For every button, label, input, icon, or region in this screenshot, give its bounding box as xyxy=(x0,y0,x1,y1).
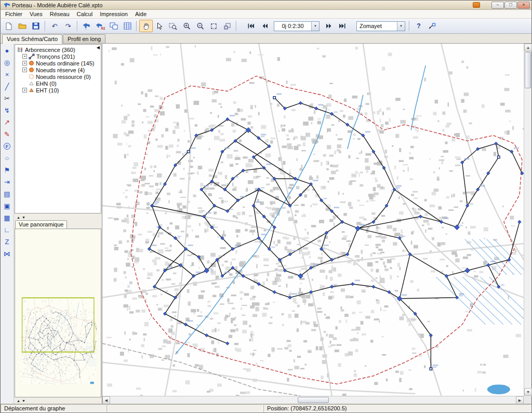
tab-vue-panoramique[interactable]: Vue panoramique xyxy=(15,220,67,229)
scroll-right-icon[interactable]: ▶ xyxy=(516,396,524,404)
save-icon[interactable] xyxy=(29,20,43,32)
menu-aide[interactable]: Aide xyxy=(131,10,150,18)
scroll-left-icon[interactable]: ◀ xyxy=(102,396,110,404)
minimize-button[interactable]: − xyxy=(491,2,504,9)
tree-root[interactable]: Arborescence (360) xyxy=(15,46,101,53)
zoom-extents-icon[interactable] xyxy=(207,20,220,32)
tree-root-label: Arborescence (360) xyxy=(25,47,75,53)
polyline-tool-icon[interactable]: ↯ xyxy=(2,104,13,116)
menu-impression[interactable]: Impression xyxy=(96,10,131,18)
node-ordinary-icon xyxy=(29,60,34,66)
window-controls: − □ × xyxy=(491,2,530,9)
function-tool-icon[interactable]: F xyxy=(2,140,13,152)
zoom-out-icon[interactable] xyxy=(193,20,207,32)
tree-item-label: EHT (10) xyxy=(36,87,59,94)
menu-calcul[interactable]: Calcul xyxy=(73,10,97,18)
expand-icon[interactable]: + xyxy=(22,61,27,65)
map-area: ▲ ▼ ◀ ▶ xyxy=(102,44,531,404)
node-resource-icon xyxy=(29,74,34,79)
tree-item-eht-10[interactable]: +EHT (10) xyxy=(15,87,101,94)
menu-reseau[interactable]: Réseau xyxy=(46,10,73,18)
combo-arrow-icon[interactable]: ▼ xyxy=(311,22,319,31)
tree-item-troncons-201[interactable]: +Tronçons (201) xyxy=(15,53,101,60)
grid-table-icon[interactable] xyxy=(121,20,134,32)
node-tool-icon[interactable]: ◎ xyxy=(2,57,13,69)
nav-next-icon[interactable] xyxy=(322,20,335,32)
pages-tool-icon[interactable]: ▣ xyxy=(2,200,13,212)
zoom-window-icon[interactable] xyxy=(166,20,180,32)
help-button[interactable]: ? xyxy=(412,20,425,32)
nav-last-icon[interactable] xyxy=(336,20,349,32)
nav-first-icon[interactable] xyxy=(244,20,258,32)
tree-item-noeuds-ordinaire-145[interactable]: +Noeuds ordinaire (145) xyxy=(15,60,101,66)
zoom-actual-icon[interactable] xyxy=(220,20,234,32)
vertical-scroll-track[interactable] xyxy=(524,89,531,388)
tree-splitter[interactable]: ▲▼ xyxy=(14,214,102,220)
left-panel: ◀ Arborescence (360)+Tronçons (201)+Noeu… xyxy=(14,44,102,404)
network-tree-panel: ◀ Arborescence (360)+Tronçons (201)+Noeu… xyxy=(15,44,101,214)
panoramic-map[interactable] xyxy=(20,297,97,384)
step-tool-icon[interactable]: ⇥ xyxy=(2,176,13,188)
redo-icon[interactable]: ↷ xyxy=(61,20,75,32)
tree-item-noeuds-reserve-4[interactable]: +Noeuds réserve (4) xyxy=(15,66,101,73)
model-value: Zomayet xyxy=(357,23,397,29)
combo-arrow-icon[interactable]: ▼ xyxy=(397,22,405,31)
network-map[interactable] xyxy=(102,44,524,396)
cut-tool-icon[interactable]: ✂ xyxy=(2,92,13,104)
panoramic-view xyxy=(15,229,101,397)
undo-icon[interactable]: ↶ xyxy=(48,20,61,32)
expand-icon[interactable]: + xyxy=(22,54,27,59)
nav-prev-icon[interactable] xyxy=(258,20,272,32)
splitter-up-icon[interactable]: ▲ xyxy=(17,399,20,403)
pan-hand-icon[interactable] xyxy=(139,20,153,32)
scroll-up-icon[interactable]: ▲ xyxy=(524,44,532,51)
time-combobox[interactable]: 0j 0:2:30▼ xyxy=(274,21,320,31)
panel-collapse-icon[interactable]: ◀ xyxy=(97,45,100,50)
panoramic-tab-row: Vue panoramique xyxy=(14,220,102,229)
faucet-n1-icon[interactable]: N1 xyxy=(94,20,107,32)
arrow-tool-icon[interactable]: ↗ xyxy=(2,116,13,128)
splitter-up-icon[interactable]: ▲ xyxy=(17,216,20,219)
menu-vues[interactable]: Vues xyxy=(26,10,46,18)
vertical-scrollbar[interactable]: ▲ ▼ xyxy=(524,44,531,396)
scroll-down-icon[interactable]: ▼ xyxy=(524,388,532,396)
zigzag-tool-icon[interactable]: Z xyxy=(2,236,13,248)
circle-tool-icon[interactable]: ○ xyxy=(2,152,13,164)
horizontal-scroll-track[interactable] xyxy=(329,396,516,404)
bowtie-tool-icon[interactable]: ⋈ xyxy=(2,248,13,260)
expand-icon[interactable]: + xyxy=(22,88,27,92)
new-document-icon[interactable] xyxy=(2,20,16,32)
model-combobox[interactable]: Zomayet▼ xyxy=(356,21,405,31)
tree-icon xyxy=(17,47,23,52)
expand-icon[interactable]: + xyxy=(22,68,27,72)
menu-fichier[interactable]: Fichier xyxy=(2,10,26,18)
horizontal-scroll-track[interactable] xyxy=(110,396,298,404)
corner-tool-icon[interactable]: ∟ xyxy=(2,224,13,236)
bottom-splitter[interactable]: ▲▼ xyxy=(14,397,102,404)
zoom-in-icon[interactable] xyxy=(180,20,193,32)
pencil-tool-icon[interactable]: ✎ xyxy=(2,128,13,140)
delete-tool-icon[interactable]: × xyxy=(2,69,13,81)
select-cursor-icon[interactable] xyxy=(153,20,166,32)
vertical-scroll-thumb[interactable] xyxy=(525,52,531,88)
splitter-down-icon[interactable]: ▼ xyxy=(22,216,25,219)
horizontal-scrollbar[interactable]: ◀ ▶ xyxy=(102,396,524,404)
area-tool-icon[interactable]: ▤ xyxy=(2,188,13,200)
horizontal-scroll-thumb[interactable] xyxy=(298,397,329,403)
close-button[interactable]: × xyxy=(517,2,530,9)
maximize-button[interactable]: □ xyxy=(504,2,517,9)
tree-item-noeuds-ressource-0[interactable]: +Noeuds ressource (0) xyxy=(15,73,101,80)
open-folder-icon[interactable] xyxy=(16,20,29,32)
tab-vues-schema-carto[interactable]: Vues Schéma/Carto xyxy=(2,34,62,44)
select-disc-icon[interactable]: ● xyxy=(2,45,13,57)
tree-item-ehn-0[interactable]: +EHN (0) xyxy=(15,80,101,87)
table-tool-icon[interactable]: ▦ xyxy=(2,212,13,224)
node-select-icon[interactable] xyxy=(425,20,439,32)
tree-item-label: EHN (0) xyxy=(36,81,57,87)
flag-tool-icon[interactable]: ⚑ xyxy=(2,164,13,176)
splitter-down-icon[interactable]: ▼ xyxy=(22,399,25,403)
tab-profil-en-long[interactable]: Profil en long xyxy=(63,34,105,43)
cascade-windows-icon[interactable] xyxy=(107,20,121,32)
pipe-tool-icon[interactable]: ╱ xyxy=(2,81,13,92)
faucet-icon[interactable] xyxy=(80,20,94,32)
